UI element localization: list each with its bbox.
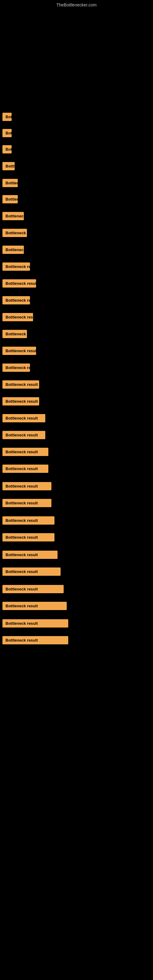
result-row-26: Bottleneck result xyxy=(0,531,153,543)
bottleneck-result-badge: Bottleneck result xyxy=(2,179,18,187)
result-row-19: Bottleneck result xyxy=(0,412,153,424)
bottleneck-result-badge: Bottleneck result xyxy=(2,262,30,271)
result-row-1: Bottleneck result xyxy=(0,111,153,123)
results-container: Bottleneck resultBottleneck resultBottle… xyxy=(0,107,153,646)
bottleneck-result-badge: Bottleneck result xyxy=(2,162,15,170)
bottleneck-result-badge: Bottleneck result xyxy=(2,550,57,559)
bottleneck-result-badge: Bottleneck result xyxy=(2,364,30,372)
result-row-12: Bottleneck result xyxy=(0,294,153,306)
result-row-31: Bottleneck result xyxy=(0,617,153,629)
result-row-6: Bottleneck result xyxy=(0,193,153,205)
bottleneck-result-badge: Bottleneck result xyxy=(2,533,54,541)
bottleneck-result-badge: Bottleneck result xyxy=(2,246,24,254)
bottleneck-result-badge: Bottleneck result xyxy=(2,347,36,355)
result-row-3: Bottleneck result xyxy=(0,143,153,155)
result-row-24: Bottleneck result xyxy=(0,497,153,509)
result-row-14: Bottleneck result xyxy=(0,328,153,340)
site-title: TheBottlenecker.com xyxy=(0,0,153,9)
bottleneck-result-badge: Bottleneck result xyxy=(2,279,36,288)
bottleneck-result-badge: Bottleneck result xyxy=(2,414,45,422)
result-row-16: Bottleneck result xyxy=(0,362,153,374)
result-row-32: Bottleneck result xyxy=(0,634,153,646)
result-row-30: Bottleneck result xyxy=(0,600,153,612)
bottleneck-result-badge: Bottleneck result xyxy=(2,380,39,389)
bottleneck-result-badge: Bottleneck result xyxy=(2,145,12,153)
bottleneck-result-badge: Bottleneck result xyxy=(2,619,68,627)
result-row-11: Bottleneck result xyxy=(0,277,153,290)
result-row-9: Bottleneck result xyxy=(0,244,153,256)
bottleneck-result-badge: Bottleneck result xyxy=(2,499,51,507)
bottleneck-result-badge: Bottleneck result xyxy=(2,296,30,304)
bottleneck-result-badge: Bottleneck result xyxy=(2,585,64,593)
result-row-7: Bottleneck result xyxy=(0,210,153,222)
result-row-25: Bottleneck result xyxy=(0,514,153,527)
bottleneck-result-badge: Bottleneck result xyxy=(2,602,67,610)
bottleneck-result-badge: Bottleneck result xyxy=(2,516,54,525)
result-row-4: Bottleneck result xyxy=(0,160,153,172)
result-row-20: Bottleneck result xyxy=(0,429,153,441)
bottleneck-result-badge: Bottleneck result xyxy=(2,229,27,237)
bottleneck-result-badge: Bottleneck result xyxy=(2,212,24,220)
bottleneck-result-badge: Bottleneck result xyxy=(2,636,68,644)
bottleneck-result-badge: Bottleneck result xyxy=(2,431,45,439)
bottleneck-result-badge: Bottleneck result xyxy=(2,129,12,137)
result-row-13: Bottleneck result xyxy=(0,311,153,323)
result-row-5: Bottleneck result xyxy=(0,177,153,189)
bottleneck-result-badge: Bottleneck result xyxy=(2,482,51,490)
bottleneck-result-badge: Bottleneck result xyxy=(2,465,48,473)
result-row-22: Bottleneck result xyxy=(0,463,153,475)
result-row-28: Bottleneck result xyxy=(0,566,153,578)
bottleneck-result-badge: Bottleneck result xyxy=(2,448,48,456)
result-row-18: Bottleneck result xyxy=(0,395,153,407)
result-row-27: Bottleneck result xyxy=(0,549,153,561)
bottleneck-result-badge: Bottleneck result xyxy=(2,113,12,121)
result-row-2: Bottleneck result xyxy=(0,127,153,139)
result-row-21: Bottleneck result xyxy=(0,446,153,458)
bottleneck-result-badge: Bottleneck result xyxy=(2,195,18,204)
bottleneck-result-badge: Bottleneck result xyxy=(2,330,27,338)
result-row-8: Bottleneck result xyxy=(0,227,153,239)
result-row-17: Bottleneck result xyxy=(0,379,153,390)
result-row-10: Bottleneck result xyxy=(0,261,153,272)
bottleneck-result-badge: Bottleneck result xyxy=(2,313,33,321)
bottleneck-result-badge: Bottleneck result xyxy=(2,568,61,576)
result-row-23: Bottleneck result xyxy=(0,480,153,492)
chart-area xyxy=(0,9,153,107)
result-row-29: Bottleneck result xyxy=(0,583,153,595)
result-row-15: Bottleneck result xyxy=(0,345,153,357)
bottleneck-result-badge: Bottleneck result xyxy=(2,397,39,406)
